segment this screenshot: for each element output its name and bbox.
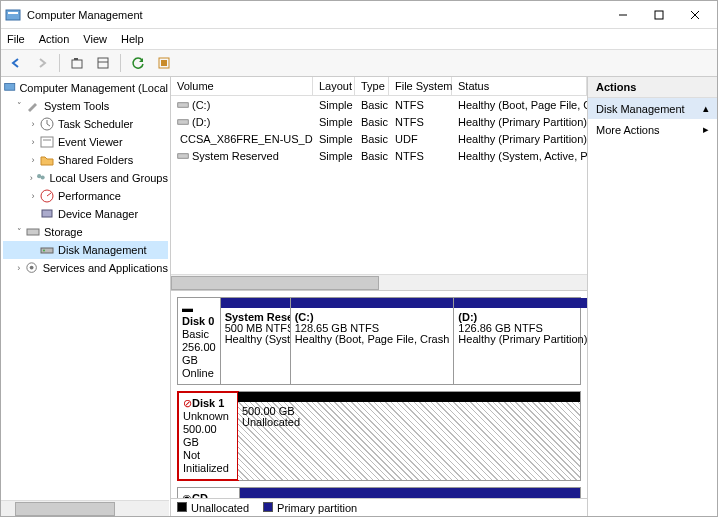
expand-icon[interactable]: › xyxy=(27,191,39,201)
svg-point-17 xyxy=(41,176,45,180)
refresh-button[interactable] xyxy=(127,52,149,74)
svg-rect-11 xyxy=(161,60,167,66)
expand-icon[interactable]: › xyxy=(27,119,39,129)
svg-rect-1 xyxy=(8,12,18,14)
tree-label: System Tools xyxy=(44,100,109,112)
tree-event-viewer[interactable]: ›Event Viewer xyxy=(3,133,168,151)
folder-icon xyxy=(39,152,55,168)
tree-system-tools[interactable]: ˅ System Tools xyxy=(3,97,168,115)
main-pane: Volume Layout Type File System Status (C… xyxy=(171,77,588,516)
expand-icon[interactable]: ˅ xyxy=(13,227,25,237)
volume-row[interactable]: CCSA_X86FRE_EN-US_DV5 (O:)SimpleBasicUDF… xyxy=(171,130,587,147)
tree-device-manager[interactable]: Device Manager xyxy=(3,205,168,223)
chevron-right-icon: ▸ xyxy=(703,123,709,136)
disk-0-partition-d[interactable]: (D:)126.86 GB NTFSHealthy (Primary Parti… xyxy=(454,298,587,384)
expand-icon[interactable]: ˅ xyxy=(13,101,25,111)
tree-disk-management[interactable]: Disk Management xyxy=(3,241,168,259)
col-filesystem[interactable]: File System xyxy=(389,77,452,95)
performance-icon xyxy=(39,188,55,204)
cdrom-header: ◉CD-ROM 0 DVD 3.01 GB Online xyxy=(178,488,240,498)
actions-disk-management[interactable]: Disk Management ▴ xyxy=(588,98,717,119)
tree-shared-folders[interactable]: ›Shared Folders xyxy=(3,151,168,169)
svg-rect-19 xyxy=(42,210,52,217)
disk-graphical-view: ▬ Disk 0 Basic 256.00 GB Online System R… xyxy=(171,290,587,498)
tree-label: Shared Folders xyxy=(58,154,133,166)
svg-rect-0 xyxy=(6,10,20,20)
up-button[interactable] xyxy=(66,52,88,74)
expand-icon[interactable]: › xyxy=(27,173,35,183)
tree-label: Local Users and Groups xyxy=(49,172,168,184)
device-icon xyxy=(39,206,55,222)
disk-1[interactable]: ⊘Disk 1 Unknown 500.00 GB Not Initialize… xyxy=(177,391,581,481)
horizontal-scrollbar[interactable] xyxy=(171,274,587,290)
tree-scrollbar[interactable] xyxy=(1,500,169,516)
actions-header: Actions xyxy=(588,77,717,98)
menu-help[interactable]: Help xyxy=(121,33,144,45)
disk-0-partition-system-reserved[interactable]: System Reser500 MB NTFSHealthy (Syste xyxy=(221,298,291,384)
svg-rect-26 xyxy=(178,119,189,124)
tools-icon xyxy=(25,98,41,114)
drive-icon xyxy=(177,116,189,128)
svg-rect-25 xyxy=(178,102,189,107)
minimize-button[interactable] xyxy=(605,3,641,27)
settings-button[interactable] xyxy=(153,52,175,74)
tree-label: Storage xyxy=(44,226,83,238)
menu-view[interactable]: View xyxy=(83,33,107,45)
disk-0[interactable]: ▬ Disk 0 Basic 256.00 GB Online System R… xyxy=(177,297,581,385)
expand-icon[interactable]: › xyxy=(27,137,39,147)
disk-icon xyxy=(39,242,55,258)
tree-label: Services and Applications xyxy=(43,262,168,274)
col-layout[interactable]: Layout xyxy=(313,77,355,95)
menu-action[interactable]: Action xyxy=(39,33,70,45)
svg-point-22 xyxy=(43,250,45,252)
options-button[interactable] xyxy=(92,52,114,74)
svg-rect-20 xyxy=(27,229,39,235)
menu-file[interactable]: File xyxy=(7,33,25,45)
disk-alert-icon: ⊘ xyxy=(183,397,192,409)
volume-row[interactable]: (C:)SimpleBasicNTFSHealthy (Boot, Page F… xyxy=(171,96,587,113)
volume-list: Volume Layout Type File System Status (C… xyxy=(171,77,587,290)
expand-icon[interactable]: › xyxy=(27,155,39,165)
actions-pane: Actions Disk Management ▴ More Actions ▸ xyxy=(588,77,717,516)
tree-local-users[interactable]: ›Local Users and Groups xyxy=(3,169,168,187)
legend: Unallocated Primary partition xyxy=(171,498,587,516)
toolbar xyxy=(1,49,717,77)
svg-rect-28 xyxy=(178,153,189,158)
drive-icon xyxy=(177,99,189,111)
forward-button[interactable] xyxy=(31,52,53,74)
back-button[interactable] xyxy=(5,52,27,74)
tree-performance[interactable]: ›Performance xyxy=(3,187,168,205)
computer-icon xyxy=(3,80,16,96)
tree-root[interactable]: Computer Management (Local xyxy=(3,79,168,97)
disk-0-partition-c[interactable]: (C:)128.65 GB NTFSHealthy (Boot, Page Fi… xyxy=(291,298,455,384)
tree-task-scheduler[interactable]: ›Task Scheduler xyxy=(3,115,168,133)
volume-row[interactable]: System ReservedSimpleBasicNTFSHealthy (S… xyxy=(171,147,587,164)
content: Computer Management (Local ˅ System Tool… xyxy=(1,77,717,516)
tree-storage[interactable]: ˅Storage xyxy=(3,223,168,241)
maximize-button[interactable] xyxy=(641,3,677,27)
clock-icon xyxy=(39,116,55,132)
disk-0-header: ▬ Disk 0 Basic 256.00 GB Online xyxy=(178,298,221,384)
col-volume[interactable]: Volume xyxy=(171,77,313,95)
titlebar: Computer Management xyxy=(1,1,717,29)
menubar: File Action View Help xyxy=(1,29,717,49)
tree-label: Event Viewer xyxy=(58,136,123,148)
col-status[interactable]: Status xyxy=(452,77,587,95)
actions-more[interactable]: More Actions ▸ xyxy=(588,119,717,140)
tree-label: Task Scheduler xyxy=(58,118,133,130)
collapse-icon: ▴ xyxy=(703,102,709,115)
expand-icon[interactable]: › xyxy=(13,263,24,273)
cd-rom-0[interactable]: ◉CD-ROM 0 DVD 3.01 GB Online CCSA_X86FRE… xyxy=(177,487,581,498)
volume-row[interactable]: (D:)SimpleBasicNTFSHealthy (Primary Part… xyxy=(171,113,587,130)
disk-1-unallocated[interactable]: 500.00 GBUnallocated xyxy=(238,392,580,480)
tree-services[interactable]: ›Services and Applications xyxy=(3,259,168,277)
event-icon xyxy=(39,134,55,150)
tree-label: Disk Management xyxy=(58,244,147,256)
window-title: Computer Management xyxy=(27,9,605,21)
col-type[interactable]: Type xyxy=(355,77,389,95)
cdrom-partition[interactable]: CCSA_X86FRE_EN-US_DV5 (O:)3.01 GB UDFHea… xyxy=(240,488,580,498)
users-icon xyxy=(35,170,46,186)
services-icon xyxy=(24,260,39,276)
drive-icon xyxy=(177,150,189,162)
close-button[interactable] xyxy=(677,3,713,27)
